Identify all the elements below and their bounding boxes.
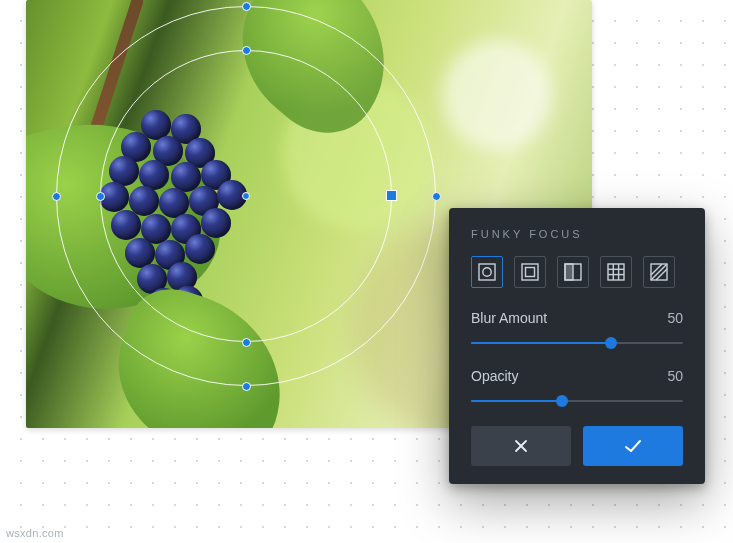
focus-handle-left[interactable]: [52, 192, 61, 201]
blur-amount-row: Blur Amount 50: [471, 310, 683, 350]
svg-rect-2: [522, 264, 538, 280]
slider-thumb[interactable]: [556, 395, 568, 407]
slider-thumb[interactable]: [605, 337, 617, 349]
apply-button[interactable]: [583, 426, 683, 466]
blur-amount-value: 50: [667, 310, 683, 326]
svg-rect-5: [565, 264, 573, 280]
check-icon: [623, 437, 643, 455]
mode-grid-button[interactable]: [600, 256, 632, 288]
svg-rect-6: [608, 264, 624, 280]
svg-rect-0: [479, 264, 495, 280]
opacity-row: Opacity 50: [471, 368, 683, 408]
opacity-label: Opacity: [471, 368, 518, 384]
svg-rect-3: [526, 268, 535, 277]
grid-icon: [607, 263, 625, 281]
focus-handle-top[interactable]: [242, 2, 251, 11]
watermark: wsxdn.com: [6, 527, 64, 539]
close-icon: [512, 437, 530, 455]
focus-inner-handle-right[interactable]: [386, 190, 397, 201]
cancel-button[interactable]: [471, 426, 571, 466]
blur-amount-label: Blur Amount: [471, 310, 547, 326]
svg-point-1: [483, 268, 491, 276]
split-half-icon: [564, 263, 582, 281]
svg-line-14: [656, 269, 667, 280]
square-icon: [521, 263, 539, 281]
panel-title: FUNKY FOCUS: [471, 228, 683, 240]
svg-line-13: [651, 264, 662, 275]
bokeh-blob: [442, 40, 552, 150]
mode-radial-button[interactable]: [471, 256, 503, 288]
blur-amount-slider[interactable]: [471, 336, 683, 350]
opacity-slider[interactable]: [471, 394, 683, 408]
circle-icon: [478, 263, 496, 281]
mode-mirror-button[interactable]: [557, 256, 589, 288]
mode-diagonal-button[interactable]: [643, 256, 675, 288]
focus-inner-handle-top[interactable]: [242, 46, 251, 55]
focus-mode-row: [471, 256, 683, 288]
focus-handle-right[interactable]: [432, 192, 441, 201]
funky-focus-panel: FUNKY FOCUS Blur Amount 50 Opacit: [449, 208, 705, 484]
panel-actions: [471, 426, 683, 466]
focus-center-handle[interactable]: [242, 192, 250, 200]
focus-handle-bottom[interactable]: [242, 382, 251, 391]
focus-inner-handle-bottom[interactable]: [242, 338, 251, 347]
diagonal-icon: [650, 263, 668, 281]
opacity-value: 50: [667, 368, 683, 384]
focus-inner-handle-left[interactable]: [96, 192, 105, 201]
mode-linear-button[interactable]: [514, 256, 546, 288]
